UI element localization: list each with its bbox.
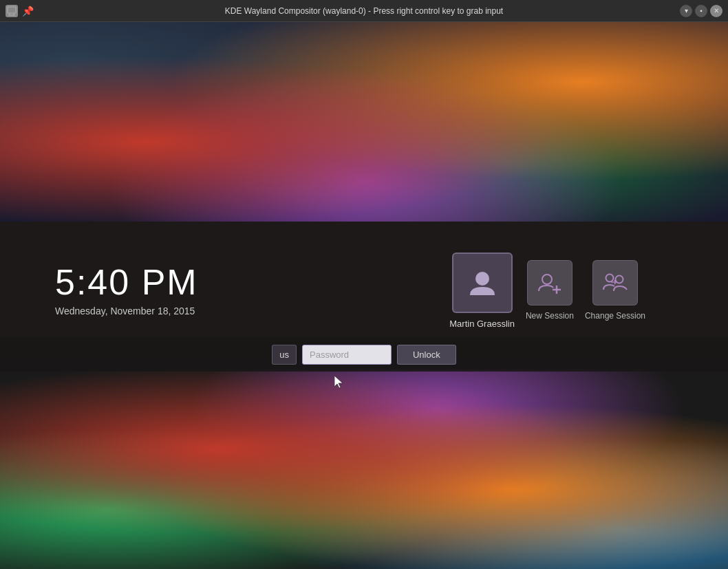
change-session-button[interactable]: Change Session bbox=[585, 260, 645, 321]
time-display: 5:40 PM bbox=[55, 264, 198, 300]
change-session-label: Change Session bbox=[585, 311, 645, 321]
minimize-button[interactable]: ▾ bbox=[680, 5, 692, 17]
new-session-icon bbox=[537, 270, 562, 295]
user-icon bbox=[466, 266, 499, 299]
change-session-icon bbox=[603, 270, 628, 295]
title-bar: 📌 KDE Wayland Compositor (wayland-0) - P… bbox=[0, 0, 728, 22]
app-icon bbox=[6, 5, 18, 17]
new-session-icon-wrap bbox=[527, 260, 572, 305]
main-area: 5:40 PM Wednesday, November 18, 2015 Mar… bbox=[0, 22, 728, 569]
title-bar-left: 📌 bbox=[6, 5, 34, 17]
restore-button[interactable]: ▪ bbox=[695, 5, 707, 17]
current-user[interactable]: Martin Graesslin bbox=[449, 253, 515, 329]
pin-icon[interactable]: 📌 bbox=[22, 6, 34, 17]
user-avatar bbox=[452, 253, 513, 313]
svg-point-9 bbox=[615, 276, 623, 283]
lock-strip: us Unlock bbox=[0, 337, 728, 372]
window-title: KDE Wayland Compositor (wayland-0) - Pre… bbox=[225, 6, 503, 16]
svg-point-4 bbox=[475, 272, 489, 286]
username-badge: us bbox=[272, 345, 297, 365]
svg-point-5 bbox=[542, 275, 552, 284]
users-section: Martin Graesslin New Session bbox=[449, 253, 645, 329]
time-section: 5:40 PM Wednesday, November 18, 2015 bbox=[55, 264, 198, 316]
background-bottom bbox=[0, 369, 728, 569]
close-button[interactable]: ✕ bbox=[710, 5, 722, 17]
new-session-button[interactable]: New Session bbox=[526, 260, 574, 321]
svg-point-8 bbox=[606, 275, 613, 282]
window-controls: ▾ ▪ ✕ bbox=[680, 5, 722, 17]
background-top bbox=[0, 22, 728, 222]
svg-rect-0 bbox=[8, 7, 16, 13]
unlock-button[interactable]: Unlock bbox=[397, 345, 456, 365]
change-session-icon-wrap bbox=[592, 260, 638, 305]
date-display: Wednesday, November 18, 2015 bbox=[55, 305, 198, 316]
password-input[interactable] bbox=[302, 345, 392, 365]
user-name: Martin Graesslin bbox=[449, 319, 515, 329]
new-session-label: New Session bbox=[526, 311, 574, 321]
